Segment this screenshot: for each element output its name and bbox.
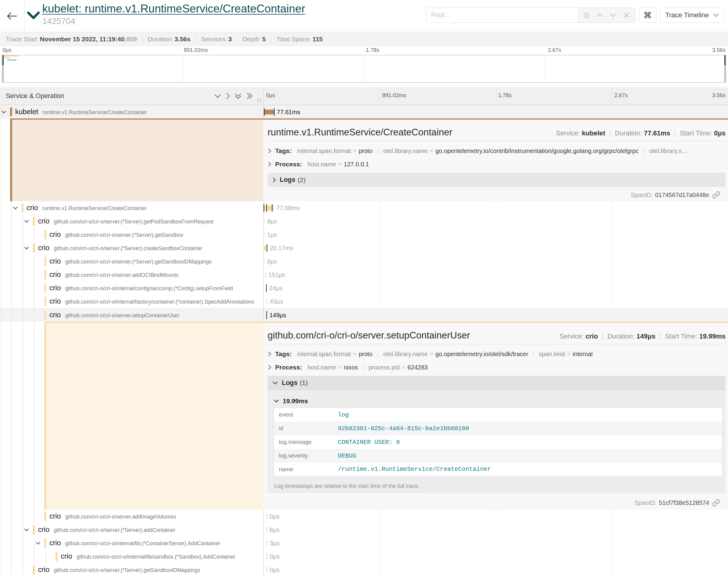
timeline-gridline [379, 87, 380, 105]
back-button[interactable] [0, 0, 25, 32]
span-duration-bar[interactable] [264, 259, 265, 264]
timeline-gridline [612, 268, 612, 281]
span-duration-bar[interactable] [266, 554, 267, 559]
span-name-cell[interactable]: criogithub.com/cri-o/cri-o/server.(*Serv… [0, 215, 263, 228]
span-timeline-cell[interactable]: 24μs [263, 281, 728, 295]
span-timeline-cell[interactable]: 0μs [263, 255, 728, 268]
logs-accordion[interactable]: Logs (2) [268, 173, 726, 187]
find-input[interactable] [426, 8, 578, 23]
timeline-gridline [612, 510, 612, 523]
span-row[interactable]: criogithub.com/cri-o/cri-o/internal/conf… [0, 281, 728, 295]
span-name-cell[interactable]: criogithub.com/cri-o/cri-o/server.(*Serv… [0, 255, 263, 268]
span-name-cell[interactable]: criogithub.com/cri-o/cri-o/server.(*Serv… [0, 563, 263, 575]
span-name-cell[interactable]: criogithub.com/cri-o/cri-o/server.(*Serv… [0, 241, 263, 255]
span-row[interactable]: criogithub.com/cri-o/cri-o/server.addIma… [0, 510, 728, 523]
span-name-cell[interactable]: criogithub.com/cri-o/cri-o/server.addOCI… [0, 268, 263, 281]
span-name-cell[interactable]: criogithub.com/cri-o/cri-o/internal/lib/… [0, 550, 263, 563]
next-result-icon[interactable] [608, 10, 618, 20]
span-row[interactable]: criogithub.com/cri-o/cri-o/internal/lib/… [0, 550, 728, 563]
span-row[interactable]: criogithub.com/cri-o/cri-o/server.(*Serv… [0, 255, 728, 268]
span-row[interactable]: criogithub.com/cri-o/cri-o/server.(*Serv… [0, 241, 728, 255]
span-name-cell[interactable]: criogithub.com/cri-o/cri-o/server.setupC… [0, 308, 263, 322]
span-duration-bar[interactable] [265, 272, 266, 277]
minimap-canvas[interactable] [2, 55, 726, 82]
locate-icon[interactable] [581, 10, 592, 20]
service-name: crio [49, 257, 61, 265]
span-duration-bar[interactable] [266, 541, 267, 546]
span-duration-bar[interactable] [266, 567, 267, 572]
service-name: crio [38, 244, 49, 252]
span-name-cell[interactable]: criogithub.com/cri-o/cri-o/server.(*Serv… [0, 228, 263, 241]
span-timeline-cell[interactable]: 20.17ms [263, 241, 728, 255]
span-name-cell[interactable]: criogithub.com/cri-o/cri-o/internal/fact… [0, 295, 263, 308]
scrubber-left[interactable] [2, 55, 4, 65]
span-timeline-cell[interactable]: 1μs [263, 228, 728, 241]
summary-label: Depth [242, 36, 259, 43]
trace-title-link[interactable]: kubelet: runtime.v1.RuntimeService/Creat… [42, 2, 305, 15]
collapse-all-icon[interactable] [234, 92, 242, 100]
expand-all-icon[interactable] [246, 92, 253, 100]
span-row[interactable]: criogithub.com/cri-o/cri-o/server.(*Serv… [0, 228, 728, 241]
span-row[interactable]: criogithub.com/cri-o/cri-o/internal/fact… [0, 295, 728, 308]
summary-value: 3 [228, 36, 232, 43]
span-timeline-cell[interactable]: 0μs [263, 563, 728, 575]
span-name-cell[interactable]: criogithub.com/cri-o/cri-o/internal/conf… [0, 281, 263, 295]
span-timeline-cell[interactable]: 77.61ms [263, 105, 728, 119]
span-row[interactable]: crioruntime.v1.RuntimeService/CreateCont… [0, 201, 728, 215]
copy-link-icon[interactable] [712, 191, 720, 199]
span-row[interactable]: criogithub.com/cri-o/cri-o/server.setupC… [0, 308, 728, 322]
process-accordion[interactable]: Process: host.name=127.0.0.1 [268, 158, 726, 171]
logs-accordion[interactable]: Logs (1) [268, 376, 726, 390]
expand-one-icon[interactable] [225, 92, 231, 100]
span-timeline-cell[interactable]: 8μs [263, 215, 728, 228]
span-timeline-cell[interactable]: 149μs [263, 308, 728, 322]
span-duration-bar[interactable] [264, 219, 265, 224]
keyboard-shortcuts-button[interactable]: ⌘ [639, 8, 656, 23]
tags-accordion[interactable]: Tags: internal.span.format=proto|otel.li… [268, 347, 726, 361]
trace-view-selector[interactable]: Trace Timeline [660, 8, 724, 23]
copy-link-icon[interactable] [712, 499, 720, 507]
logs-accordion-expanded: Logs (1) 19.99ms eventlogid92b82381-025c… [268, 376, 726, 493]
timeline-gridline [379, 523, 380, 536]
span-timeline-cell[interactable]: 151μs [263, 268, 728, 281]
span-log-marker [267, 244, 267, 252]
span-detail-row-kubelet: runtime.v1.RuntimeService/CreateContaine… [0, 119, 728, 201]
column-resize-grip[interactable] [258, 98, 260, 103]
trace-summary-bar: Trace StartNovember 15 2022, 11:19:40.80… [0, 32, 728, 46]
process-accordion[interactable]: Process: host.name=nixos|process.pid=624… [268, 361, 726, 374]
span-timeline-cell[interactable]: 0μs [263, 510, 728, 523]
summary-label: Trace Start [6, 36, 37, 43]
chevron-down-icon [274, 399, 279, 403]
collapse-one-icon[interactable] [214, 94, 222, 99]
span-duration-bar[interactable] [264, 232, 265, 237]
operation-name: runtime.v1.RuntimeService/CreateContaine… [42, 109, 147, 115]
span-name-cell[interactable]: criogithub.com/cri-o/cri-o/server.addIma… [0, 510, 263, 523]
prev-result-icon[interactable] [595, 10, 605, 20]
span-name-cell[interactable]: criogithub.com/cri-o/cri-o/server.(*Serv… [0, 523, 263, 536]
span-name-cell[interactable]: kubeletruntime.v1.RuntimeService/CreateC… [0, 105, 263, 119]
span-duration-bar[interactable] [266, 527, 267, 532]
span-name-cell[interactable]: crioruntime.v1.RuntimeService/CreateCont… [0, 201, 263, 215]
span-row[interactable]: criogithub.com/cri-o/cri-o/server.(*Serv… [0, 215, 728, 228]
span-row[interactable]: criogithub.com/cri-o/cri-o/server.(*Serv… [0, 563, 728, 575]
log-entry-toggle[interactable]: 19.99ms [274, 397, 723, 405]
span-timeline-cell[interactable]: 0μs [263, 550, 728, 563]
scrubber-right[interactable] [724, 55, 726, 65]
span-timeline-cell[interactable]: 3μs [263, 536, 728, 550]
span-row[interactable]: criogithub.com/cri-o/cri-o/server.addOCI… [0, 268, 728, 281]
span-duration-bar[interactable] [264, 110, 274, 114]
span-duration-bar[interactable] [266, 514, 267, 519]
span-timeline-cell[interactable]: 6μs [263, 523, 728, 536]
span-duration-bar[interactable] [267, 299, 268, 304]
span-timeline-cell[interactable]: 43μs [263, 295, 728, 308]
span-duration-bar[interactable] [264, 246, 267, 250]
span-row[interactable]: kubeletruntime.v1.RuntimeService/CreateC… [0, 105, 728, 119]
service-name: crio [38, 217, 49, 225]
trace-collapse-toggle[interactable] [25, 0, 42, 32]
clear-search-icon[interactable] [621, 10, 632, 20]
span-name-cell[interactable]: criogithub.com/cri-o/cri-o/internal/lib.… [0, 536, 263, 550]
span-row[interactable]: criogithub.com/cri-o/cri-o/internal/lib.… [0, 536, 728, 550]
span-row[interactable]: criogithub.com/cri-o/cri-o/server.(*Serv… [0, 523, 728, 536]
span-timeline-cell[interactable]: 77.08ms [263, 201, 728, 215]
tags-accordion[interactable]: Tags: internal.span.format=proto|otel.li… [268, 144, 726, 158]
